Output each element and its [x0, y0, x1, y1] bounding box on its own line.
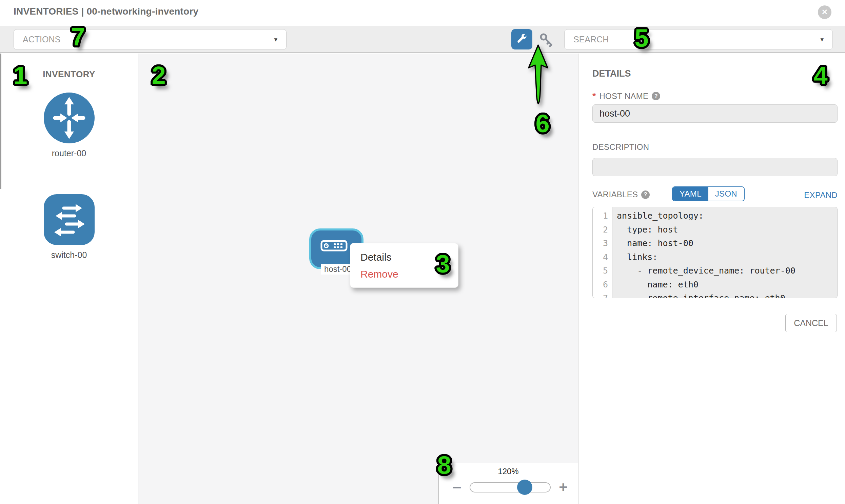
router-icon: [0, 92, 138, 145]
description-label-row: DESCRIPTION: [592, 142, 649, 152]
host-name-label-row: * HOST NAME ?: [592, 91, 660, 101]
code-line: type: host: [617, 223, 837, 237]
actions-dropdown-label: ACTIONS: [23, 35, 60, 44]
zoom-level-value: 120%: [439, 467, 578, 476]
actions-dropdown[interactable]: ACTIONS ▾: [14, 29, 286, 50]
palette-item-switch[interactable]: switch-00: [0, 194, 138, 260]
code-line: name: host-00: [617, 237, 837, 251]
host-name-field[interactable]: [592, 104, 838, 123]
page-title: INVENTORIES | 00-networking-inventory: [14, 6, 198, 17]
code-line: name: eth0: [617, 278, 837, 292]
code-line: - remote_device_name: router-00: [617, 264, 837, 278]
description-field[interactable]: [592, 158, 838, 176]
search-dropdown[interactable]: SEARCH ▾: [564, 29, 833, 50]
zoom-control: 120% − +: [438, 463, 578, 504]
credentials-key-button[interactable]: [539, 32, 554, 48]
variables-editor[interactable]: 1 2 3 4 5 6 7 ansible_topology: type: ho…: [592, 207, 838, 298]
palette-item-label: switch-00: [0, 250, 138, 260]
node-context-menu: Details Remove: [350, 243, 458, 288]
description-label: DESCRIPTION: [592, 142, 649, 152]
cancel-button[interactable]: CANCEL: [785, 314, 837, 332]
toolbar: ACTIONS ▾ SEARCH ▾: [0, 26, 845, 53]
editor-code: ansible_topology: type: host name: host-…: [613, 207, 837, 298]
zoom-slider-handle[interactable]: [517, 480, 532, 495]
details-heading: DETAILS: [592, 69, 631, 79]
configure-tools-button[interactable]: [511, 29, 532, 50]
required-marker: *: [592, 91, 596, 101]
zoom-out-button[interactable]: −: [452, 480, 461, 495]
switch-icon: [0, 194, 138, 247]
tab-json[interactable]: JSON: [708, 187, 744, 201]
topology-canvas[interactable]: host-00 Details Remove 120% − +: [138, 54, 578, 504]
chevron-down-icon: ▾: [274, 36, 277, 43]
palette-heading: INVENTORY: [0, 69, 138, 80]
zoom-in-button[interactable]: +: [559, 480, 568, 495]
inventory-palette-sidebar: INVENTORY router-00: [0, 54, 138, 504]
menu-item-remove[interactable]: Remove: [350, 266, 458, 283]
host-name-label: HOST NAME: [599, 91, 648, 101]
chevron-down-icon: ▾: [820, 36, 824, 43]
close-icon[interactable]: ✕: [818, 5, 831, 19]
help-icon[interactable]: ?: [652, 92, 660, 100]
menu-item-details[interactable]: Details: [350, 249, 458, 266]
variables-row: VARIABLES ? YAML JSON EXPAND: [592, 190, 838, 199]
editor-gutter: 1 2 3 4 5 6 7: [593, 207, 612, 298]
inventory-topology-screen: INVENTORIES | 00-networking-inventory ✕ …: [0, 0, 845, 504]
code-line: links:: [617, 251, 837, 264]
app-header: INVENTORIES | 00-networking-inventory ✕: [0, 0, 845, 26]
expand-link[interactable]: EXPAND: [804, 191, 838, 200]
search-dropdown-label: SEARCH: [574, 35, 609, 44]
help-icon[interactable]: ?: [641, 191, 650, 199]
palette-item-router[interactable]: router-00: [0, 92, 138, 158]
palette-item-label: router-00: [0, 148, 138, 158]
tab-yaml[interactable]: YAML: [673, 187, 708, 201]
code-line: remote_interface_name: eth0: [617, 291, 837, 298]
variables-label: VARIABLES: [592, 190, 638, 199]
wrench-icon: [516, 33, 528, 46]
zoom-slider-track[interactable]: [470, 482, 551, 492]
code-line: ansible_topology:: [617, 209, 837, 223]
key-icon: [539, 32, 554, 49]
variables-format-toggle: YAML JSON: [672, 186, 745, 201]
details-panel: DETAILS * HOST NAME ? DESCRIPTION VARIAB…: [578, 54, 845, 504]
